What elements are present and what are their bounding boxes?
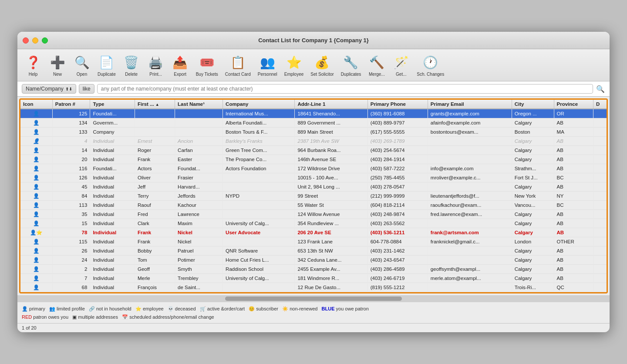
table-cell: (403) 269-1789 (367, 137, 428, 146)
table-cell: 172 Wildrose Drive (295, 164, 367, 173)
col-addr1[interactable]: Addr-Line 1 (295, 100, 367, 109)
search-field-selector[interactable]: Name/Company ⬆⬇ (22, 84, 76, 94)
col-patron[interactable]: Patron # (52, 100, 90, 109)
col-company[interactable]: Company (223, 100, 295, 109)
toolbar-btn-get[interactable]: 🪄 Get... (390, 52, 412, 78)
search-operator[interactable]: like (79, 84, 94, 94)
table-cell: MA (554, 128, 593, 137)
table-row[interactable]: 👤7IndividualMerleTrembleyUniversity of C… (20, 274, 607, 283)
search-field-label: Name/Company (26, 86, 64, 92)
col-icon[interactable]: Icon (20, 100, 52, 109)
table-cell: Boston Tours & F... (223, 128, 295, 137)
table-cell: Actors Foundation (223, 164, 295, 173)
table-cell: 👤 (20, 274, 52, 283)
toolbar-btn-open[interactable]: 🔍 Open (71, 52, 93, 78)
toolbar-btn-sch-changes[interactable]: 🕐 Sch. Changes (414, 52, 447, 78)
toolbar-btn-duplicates[interactable]: 🔧 Duplicates (338, 52, 364, 78)
horizontal-scrollbar[interactable] (225, 297, 402, 301)
table-cell: AB (554, 256, 593, 265)
col-last[interactable]: Last Name¹ (175, 100, 223, 109)
table-cell: New York (512, 192, 554, 201)
toolbar-btn-help[interactable]: ❓ Help (22, 52, 44, 78)
table-cell: 123 Frank Lane (295, 237, 367, 246)
toolbar-btn-duplicate[interactable]: 📄 Duplicate (95, 52, 118, 78)
table-cell: Calgary (512, 265, 554, 274)
sch-changes-label: Sch. Changes (417, 72, 444, 77)
table-cell: 889 Main Street (295, 128, 367, 137)
table-cell (593, 283, 607, 292)
minimize-button[interactable] (32, 37, 38, 44)
table-cell: AB (554, 274, 593, 283)
table-row[interactable]: 👤84IndividualTerryJeffordsNYPD99 Street(… (20, 192, 607, 201)
table-cell: Clark (135, 219, 175, 228)
table-row[interactable]: 👤133CompanyBoston Tours & F...889 Main S… (20, 128, 607, 137)
search-input[interactable] (97, 84, 593, 94)
col-type[interactable]: Type (90, 100, 135, 109)
table-row[interactable]: 👤125Foundati...International Mus...18641… (20, 109, 607, 118)
set-solicitor-label: Set Solicitor (310, 72, 334, 77)
table-cell: NYPD (223, 192, 295, 201)
col-city[interactable]: City (512, 100, 554, 109)
close-button[interactable] (23, 37, 29, 44)
toolbar-btn-buy-tickets[interactable]: 🎟️ Buy Tickets (193, 52, 221, 78)
table-row[interactable]: 👤26IndividualBobbyPatruelQNR Software653… (20, 246, 607, 256)
table-cell (428, 137, 512, 146)
toolbar-btn-new[interactable]: ➕ New (46, 52, 69, 78)
table-row[interactable]: 👤68IndividualFrançoisde Saint...12 Rue D… (20, 283, 607, 292)
table-row[interactable]: 👤15IndividualClarkMaximUniversity of Cal… (20, 219, 607, 228)
toolbar-btn-print[interactable]: 🖨️ Print... (145, 52, 167, 78)
toolbar-btn-delete[interactable]: 🗑️ Delete (120, 52, 143, 78)
table-cell: Boston (512, 128, 554, 137)
table-row[interactable]: 👤134Governm...Alberta Foundati...889 Gov… (20, 118, 607, 128)
search-go-button[interactable]: 🔍 (596, 84, 605, 94)
table-row[interactable]: 👤4IndividualErnestAncionBarkley's Franks… (20, 137, 607, 146)
col-phone[interactable]: Primary Phone (367, 100, 428, 109)
col-first[interactable]: First ... ▲ (135, 100, 175, 109)
table-cell: 20 (52, 155, 90, 164)
personnel-label: Personnel (258, 72, 277, 77)
table-cell: Jeff (135, 182, 175, 192)
help-label: Help (29, 72, 38, 77)
toolbar-btn-merge[interactable]: 🔨 Merge... (365, 52, 388, 78)
table-cell: Individual (90, 219, 135, 228)
table-cell: OR (554, 109, 593, 118)
col-email[interactable]: Primary Email (428, 100, 512, 109)
table-cell: (403) 248-9874 (367, 210, 428, 219)
maximize-button[interactable] (42, 37, 48, 44)
table-cell: 24 (52, 256, 90, 265)
table-row[interactable]: 👤14IndividualRogerCarfanGreen Tree Com..… (20, 146, 607, 155)
toolbar-btn-contact-card[interactable]: 📋 Contact Card (222, 52, 253, 78)
table-cell (135, 118, 175, 128)
table-row[interactable]: 👤113IndividualRaoufKachour55 Water St(60… (20, 201, 607, 210)
toolbar-btn-employee[interactable]: ⭐ Employee (282, 52, 306, 78)
table-row[interactable]: 👤126IndividualOliverFrasier10015 - 100 A… (20, 173, 607, 182)
table-cell: Individual (90, 210, 135, 219)
table-cell: raoufkachour@exam... (428, 201, 512, 210)
table-cell: 👤 (20, 173, 52, 182)
table-row[interactable]: 👤35IndividualFredLawrence124 Willow Aven… (20, 210, 607, 219)
table-cell: 👤 (20, 219, 52, 228)
table-row[interactable]: 👤24IndividualTomPotimerHome Cut Fries L.… (20, 256, 607, 265)
col-province[interactable]: Province (554, 100, 593, 109)
table-row[interactable]: 👤115IndividualFrankNickel123 Frank Lane6… (20, 237, 607, 246)
table-row[interactable]: 👤20IndividualFrankEasterThe Propane Co..… (20, 155, 607, 164)
table-row[interactable]: 👤⭐78IndividualFrankNickelUser Advocate20… (20, 228, 607, 237)
table-row[interactable]: 👤2IndividualGeoffSmythRaddison School245… (20, 265, 607, 274)
table-cell: Individual (90, 173, 135, 182)
table-row[interactable]: 👤45IndividualJeffHarvard...Unit 2, 984 L… (20, 182, 607, 192)
table-row[interactable]: 👤116Foundati...ActorsFoundat...Actors Fo… (20, 164, 607, 173)
table-cell: 👤 (20, 283, 52, 292)
table-cell: 99 Street (295, 192, 367, 201)
toolbar-btn-export[interactable]: 📤 Export (169, 52, 192, 78)
table-cell: 👤 (20, 192, 52, 201)
table-cell: 125 (52, 109, 90, 118)
table-cell: Frank (135, 237, 175, 246)
toolbar-btn-set-solicitor[interactable]: 💰 Set Solicitor (308, 52, 336, 78)
table-cell: 👤 (20, 155, 52, 164)
toolbar-btn-personnel[interactable]: 👥 Personnel (255, 52, 280, 78)
table-cell (593, 155, 607, 164)
table-cell: Individual (90, 192, 135, 201)
table-cell: QNR Software (223, 246, 295, 256)
table-cell (223, 283, 295, 292)
col-d[interactable]: D (593, 100, 607, 109)
